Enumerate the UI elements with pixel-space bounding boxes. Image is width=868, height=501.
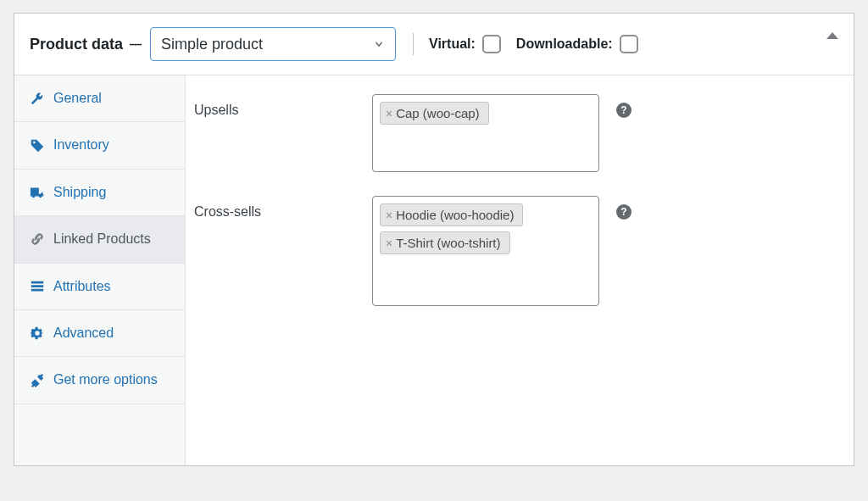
upsells-label: Upsells [194, 94, 372, 118]
product-data-panel: Product data — Simple product Virtual: D… [14, 13, 854, 466]
tab-label: General [53, 89, 102, 108]
tag-label: Cap (woo-cap) [396, 106, 479, 120]
separator [413, 33, 414, 55]
linked-products-content: Upsells × Cap (woo-cap) ? Cross-sells × … [186, 75, 854, 465]
dash: — [130, 37, 142, 51]
tag-icon [30, 138, 45, 153]
wrench-icon [30, 91, 45, 106]
panel-title: Product data [30, 36, 123, 53]
tab-label: Linked Products [53, 230, 151, 248]
upsells-input[interactable]: × Cap (woo-cap) [372, 94, 599, 172]
tab-label: Advanced [53, 324, 114, 342]
chevron-down-icon [373, 38, 385, 50]
cross-sells-row: Cross-sells × Hoodie (woo-hoodie) × T-Sh… [194, 196, 854, 306]
tag-item: × Hoodie (woo-hoodie) [380, 203, 523, 226]
close-icon[interactable]: × [386, 237, 394, 250]
tab-advanced[interactable]: Advanced [14, 310, 185, 357]
panel-header: Product data — Simple product Virtual: D… [14, 14, 854, 75]
close-icon[interactable]: × [386, 209, 394, 222]
help-icon[interactable]: ? [616, 204, 632, 220]
tag-label: T-Shirt (woo-tshirt) [396, 236, 500, 250]
cross-sells-input[interactable]: × Hoodie (woo-hoodie) × T-Shirt (woo-tsh… [372, 196, 599, 306]
collapse-icon[interactable] [826, 32, 838, 39]
header-options: Virtual: Downloadable: [413, 33, 638, 55]
virtual-option: Virtual: [429, 35, 501, 53]
list-icon [30, 279, 45, 294]
tag-label: Hoodie (woo-hoodie) [396, 208, 514, 222]
tab-label: Inventory [53, 136, 109, 154]
plug-icon [30, 373, 45, 388]
truck-icon [30, 185, 45, 200]
downloadable-label: Downloadable: [516, 36, 613, 52]
tab-label: Attributes [53, 277, 111, 296]
tab-shipping[interactable]: Shipping [14, 170, 185, 216]
tab-attributes[interactable]: Attributes [14, 264, 185, 310]
tab-inventory[interactable]: Inventory [14, 122, 185, 169]
close-icon[interactable]: × [386, 107, 394, 120]
product-type-value: Simple product [161, 36, 263, 53]
tag-item: × T-Shirt (woo-tshirt) [380, 231, 510, 254]
tab-linked-products[interactable]: Linked Products [14, 216, 185, 263]
downloadable-option: Downloadable: [516, 35, 638, 53]
tab-label: Shipping [53, 183, 106, 202]
tab-general[interactable]: General [14, 75, 185, 122]
virtual-label: Virtual: [429, 36, 476, 52]
link-icon [30, 231, 45, 247]
tab-label: Get more options [53, 370, 158, 389]
downloadable-checkbox[interactable] [620, 35, 638, 53]
upsells-row: Upsells × Cap (woo-cap) ? [194, 94, 854, 172]
cross-sells-label: Cross-sells [194, 196, 372, 220]
tab-get-more[interactable]: Get more options [14, 357, 185, 404]
product-type-select[interactable]: Simple product [150, 27, 396, 61]
gear-icon [30, 326, 45, 341]
tag-item: × Cap (woo-cap) [380, 102, 489, 125]
help-icon[interactable]: ? [616, 103, 632, 118]
virtual-checkbox[interactable] [482, 35, 501, 53]
product-data-tabs: General Inventory Shipping Linked Produc… [14, 75, 186, 465]
